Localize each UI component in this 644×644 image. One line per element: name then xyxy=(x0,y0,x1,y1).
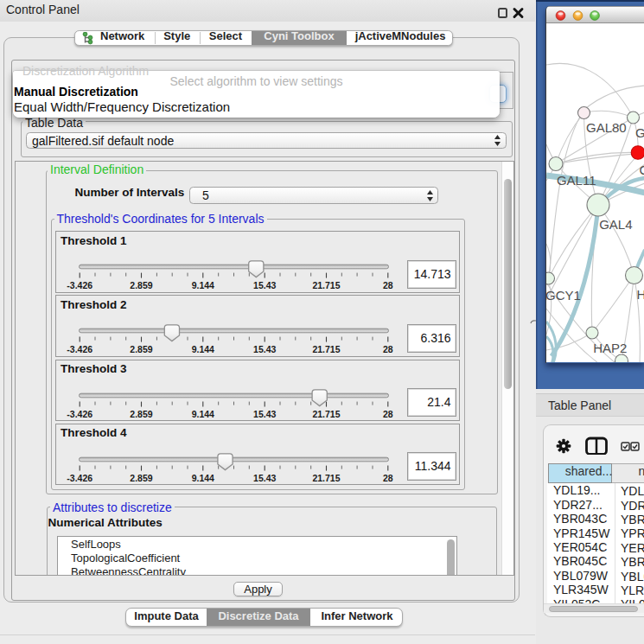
svg-text:21.715: 21.715 xyxy=(312,409,340,419)
svg-text:HAP2: HAP2 xyxy=(593,341,627,355)
svg-text:GAL80: GAL80 xyxy=(586,120,627,135)
svg-text:-3.426: -3.426 xyxy=(67,344,92,354)
svg-text:GAL4: GAL4 xyxy=(599,217,632,232)
svg-text:15.43: 15.43 xyxy=(253,473,276,483)
svg-text:9.144: 9.144 xyxy=(191,409,214,419)
svg-text:9.144: 9.144 xyxy=(191,344,214,354)
svg-text:-3.426: -3.426 xyxy=(67,280,92,290)
svg-text:28: 28 xyxy=(382,473,392,483)
svg-text:15.43: 15.43 xyxy=(253,344,276,354)
svg-text:GCY1: GCY1 xyxy=(546,288,581,303)
svg-text:2.859: 2.859 xyxy=(130,344,152,354)
svg-text:28: 28 xyxy=(382,409,392,419)
svg-text:21.715: 21.715 xyxy=(312,473,340,483)
svg-text:28: 28 xyxy=(382,280,392,290)
svg-text:GAL11: GAL11 xyxy=(556,173,596,188)
svg-text:9.144: 9.144 xyxy=(191,473,214,483)
svg-text:GAL1: GAL1 xyxy=(635,125,644,140)
svg-text:HI: HI xyxy=(636,287,644,302)
svg-text:-3.426: -3.426 xyxy=(67,409,92,419)
svg-text:-3.426: -3.426 xyxy=(67,473,92,483)
svg-text:15.43: 15.43 xyxy=(253,280,276,290)
svg-text:15.43: 15.43 xyxy=(253,409,276,419)
svg-text:21.715: 21.715 xyxy=(312,344,340,354)
svg-text:2.859: 2.859 xyxy=(130,280,152,290)
svg-text:2.859: 2.859 xyxy=(130,473,152,483)
svg-text:CR: CR xyxy=(639,163,644,177)
svg-text:28: 28 xyxy=(382,344,392,354)
svg-text:2.859: 2.859 xyxy=(130,409,152,419)
svg-text:9.144: 9.144 xyxy=(191,280,214,290)
svg-text:21.715: 21.715 xyxy=(312,280,340,290)
